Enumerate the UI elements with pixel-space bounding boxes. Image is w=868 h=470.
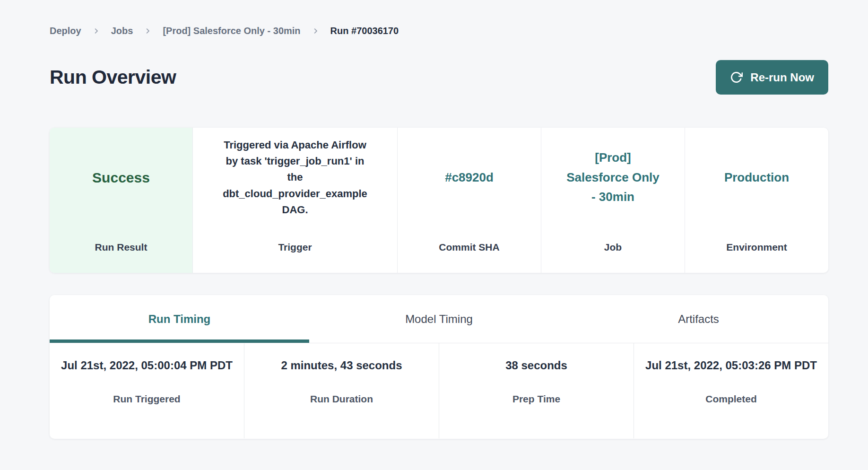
completed-value: Jul 21st, 2022, 05:03:26 PM PDT [634,357,828,392]
tab-run-timing[interactable]: Run Timing [50,295,309,343]
tab-model-timing[interactable]: Model Timing [309,295,569,343]
commit-sha-link[interactable]: #c8920d [445,168,494,188]
prep-time-label: Prep Time [439,393,634,405]
environment-link[interactable]: Production [724,168,789,188]
chevron-right-icon [312,27,319,35]
breadcrumb: Deploy Jobs [Prod] Salesforce Only - 30m… [50,0,828,36]
chevron-right-icon [144,27,151,35]
run-triggered-value: Jul 21st, 2022, 05:00:04 PM PDT [50,357,244,392]
run-duration-value: 2 minutes, 43 seconds [244,357,439,392]
breadcrumb-item-jobs[interactable]: Jobs [111,26,133,36]
environment-label: Environment [685,242,828,253]
page-title: Run Overview [50,67,176,88]
run-triggered-cell: Jul 21st, 2022, 05:00:04 PM PDT Run Trig… [50,343,244,438]
page-container: Deploy Jobs [Prod] Salesforce Only - 30m… [50,0,828,439]
tab-bar: Run Timing Model Timing Artifacts [50,295,828,343]
job-cell: [Prod] Salesforce Only - 30min Job [541,128,685,273]
tab-artifacts[interactable]: Artifacts [569,295,828,343]
run-result-label: Run Result [50,242,192,253]
completed-label: Completed [634,393,828,405]
page-header: Run Overview Re-run Now [50,60,828,95]
job-label: Job [541,242,685,253]
rerun-now-button[interactable]: Re-run Now [716,60,828,95]
job-link[interactable]: [Prod] Salesforce Only - 30min [566,148,660,207]
completed-cell: Jul 21st, 2022, 05:03:26 PM PDT Complete… [634,343,828,438]
commit-sha-label: Commit SHA [398,242,541,253]
rerun-now-label: Re-run Now [750,71,814,84]
breadcrumb-item-job-name[interactable]: [Prod] Salesforce Only - 30min [163,26,300,36]
run-overview-card: Success Run Result Triggered via Apache … [50,128,828,273]
run-triggered-label: Run Triggered [50,393,244,405]
active-tab-underline [50,339,309,343]
commit-sha-cell: #c8920d Commit SHA [398,128,541,273]
breadcrumb-item-run-number: Run #70036170 [330,26,399,36]
trigger-label: Trigger [193,242,397,253]
breadcrumb-item-deploy[interactable]: Deploy [50,26,81,36]
run-result-value: Success [92,170,150,186]
prep-time-value: 38 seconds [439,357,634,392]
prep-time-cell: 38 seconds Prep Time [439,343,634,438]
run-timing-panel: Jul 21st, 2022, 05:00:04 PM PDT Run Trig… [50,343,828,438]
trigger-value: Triggered via Apache Airflow by task 'tr… [223,137,367,218]
run-duration-cell: 2 minutes, 43 seconds Run Duration [244,343,439,438]
run-duration-label: Run Duration [244,393,439,405]
run-timing-card: Run Timing Model Timing Artifacts Jul 21… [50,295,828,439]
trigger-cell: Triggered via Apache Airflow by task 'tr… [193,128,398,273]
chevron-right-icon [93,27,100,35]
rotate-cw-icon [730,71,743,84]
run-result-cell: Success Run Result [50,128,193,273]
environment-cell: Production Environment [685,128,828,273]
